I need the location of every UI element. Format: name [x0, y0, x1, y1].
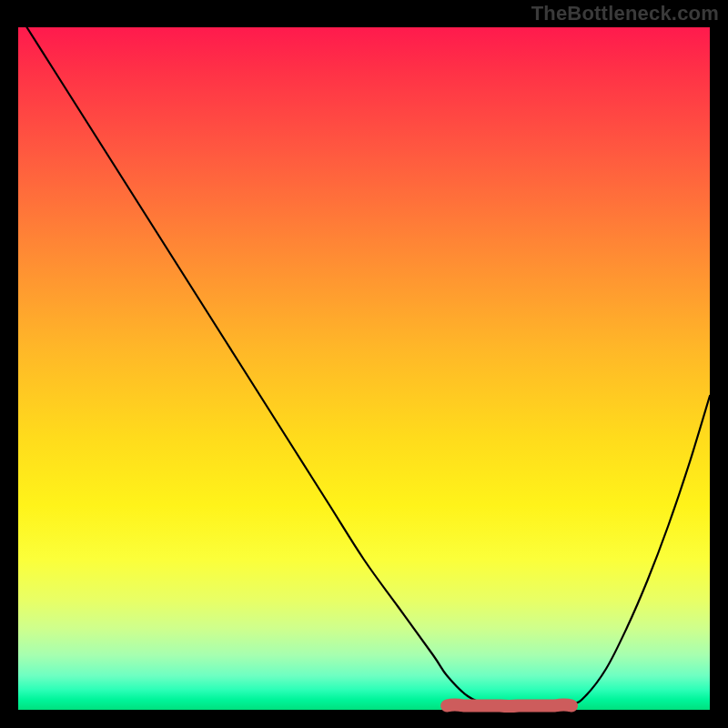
watermark-text: TheBottleneck.com: [531, 2, 719, 25]
bottleneck-curve: [18, 14, 710, 707]
optimal-range-marker: [447, 705, 571, 707]
curve-layer: [18, 27, 710, 710]
gradient-plot-area: [18, 27, 710, 710]
chart-frame: TheBottleneck.com: [0, 0, 728, 728]
